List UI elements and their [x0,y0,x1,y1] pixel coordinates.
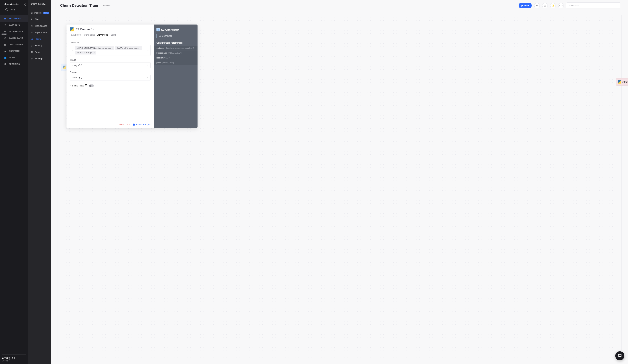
blueprints-icon: ⧉ [4,30,6,33]
projnav-item-settings[interactable]: ⚙ Settings [28,55,51,62]
team-icon: 👥 [4,56,6,59]
modal-header: S3 Connector [67,24,154,31]
queue-label: Queue [70,71,151,73]
modal-info-pane: {} S3 Connector S3 Connector Configurabl… [154,24,198,128]
project-sidebar: churn-detec… ▤ Papers NEW 🗎 Files ⎘ Work… [28,0,51,364]
settings-icon: ⚙ [4,63,6,65]
compute-chip: 3 AWS-SPOT.gpu × [75,51,96,55]
file-icon: {} [157,28,160,31]
projnav-item-flows[interactable]: ⇉ Flows [28,36,51,42]
compute-chip: 1 AWS-ON-DEMAND.xlarge-memory × [75,46,114,50]
python-icon [618,80,621,83]
datasets-icon: ≡ [4,24,6,26]
chevron-down-icon: ⌄ [114,4,116,7]
app-version: v4.7.43 [2,360,26,362]
projnav-item-workspaces[interactable]: ⎘ Workspaces [28,23,51,29]
modal-footer: Delete Card ✓ Save Changes [67,121,154,128]
dashboard-icon: ◐ [4,37,6,39]
play-outline-icon: ▷ [70,85,71,87]
chip-remove-icon[interactable]: × [140,47,141,49]
modal-tabs: Parameters Conditions Advanced Yaml [67,31,154,38]
param-row: prefix [ "churn_data/" ] [154,60,198,65]
param-row: endpoint [ "http://s3.amazonaws.com down… [154,46,198,51]
sidebar-item-projects[interactable]: ▣ PROJECTS [0,15,28,22]
project-name[interactable]: churn-detec… [28,0,51,10]
tab-conditions[interactable]: Conditions [84,34,95,38]
param-row: localdir [ "/cnvrg" ] [154,55,198,60]
history-button[interactable]: ◷ [542,3,548,8]
chat-launcher[interactable] [615,351,624,360]
compute-icon: ☁ [4,50,6,52]
help-icon[interactable]: ? [85,84,87,85]
python-icon [63,66,66,69]
projnav-item-papers[interactable]: ▤ Papers NEW [28,10,51,16]
single-mode-label: Single mode [72,84,84,87]
caret-down-icon: ▼ [147,64,149,66]
info-header: {} S3 Connector [157,28,195,31]
version-selector[interactable]: Version 1 ⌄ [103,4,116,7]
experiments-icon: ⚗ [30,31,33,34]
wizard-button[interactable]: ✨ [550,3,556,8]
tab-yaml[interactable]: Yaml [111,34,116,38]
save-flow-button[interactable]: 🖫 [534,3,540,8]
task-settings-modal: S3 Connector Parameters Conditions Advan… [67,24,198,128]
delete-card-button[interactable]: Delete Card [118,123,130,126]
collapse-sidebar-icon[interactable]: ❮ [24,2,26,5]
param-row: bucketname [ "libhub-readme" ] [154,51,198,55]
single-mode-row: ▷ Single mode ? [70,84,151,87]
image-select[interactable]: cnvrg:v5.0 ▼ [70,62,151,68]
modal-body: Compute ⌕ 1 AWS-ON-DEMAND.xlarge-memory … [67,38,154,121]
new-task-select[interactable]: New Task ⌄ [566,2,621,9]
chip-remove-icon[interactable]: × [112,47,113,49]
tab-advanced[interactable]: Advanced [97,34,108,38]
python-icon [70,27,74,31]
projnav-item-serving[interactable]: ◇ Serving [28,42,51,49]
papers-icon: ▤ [30,12,33,14]
sidebar-item-datasets[interactable]: ≡ DATASETS [0,22,28,28]
code-icon: </> [559,4,562,7]
user-avatar-icon [5,8,8,11]
tab-parameters[interactable]: Parameters [70,34,81,38]
caret-down-icon: ▼ [147,77,149,78]
flow-node-inference[interactable]: inference [616,78,628,85]
chip-remove-icon[interactable]: × [94,52,95,54]
sidebar-item-blueprints[interactable]: ⧉ BLUEPRINTS [0,28,28,35]
queue-select[interactable]: default (0) ▼ [70,75,151,80]
page-title: Churn Detection Train [60,3,98,8]
user-identity[interactable]: tanay. [2,7,26,13]
org-name[interactable]: blueprintsd… [4,3,19,5]
sidebar-item-compute[interactable]: ☁ COMPUTE [0,48,28,54]
modal-form-pane: S3 Connector Parameters Conditions Advan… [67,24,154,128]
save-icon: 🖫 [536,4,538,7]
chevron-down-icon[interactable]: ⌄ [147,49,149,51]
code-button[interactable]: </> [558,3,564,8]
projnav-item-experiments[interactable]: ⚗ Experiments [28,29,51,36]
wand-icon: ✨ [552,4,554,7]
save-changes-button[interactable]: ✓ Save Changes [133,123,151,126]
serving-icon: ◇ [30,44,33,47]
flow-canvas[interactable]: inference S3 Connector Parameters Condit… [57,15,622,360]
user-name: tanay. [10,8,16,11]
image-label: Image [70,59,151,61]
run-button[interactable]: ▶ Run [519,3,532,8]
info-title: S3 Connector [161,28,179,31]
compute-chip: 2 AWS-SPOT.gpu-large × [115,46,142,50]
workspaces-icon: ⎘ [30,25,33,27]
brand-name: cnvrg.io [2,357,26,360]
sidebar-item-dashboard[interactable]: ◐ DASHBOARD [0,35,28,41]
sidebar-item-team[interactable]: 👥 TEAM [0,54,28,61]
main-area: Churn Detection Train Version 1 ⌄ ▶ Run … [51,0,628,364]
projects-icon: ▣ [4,17,6,20]
projnav-item-apps[interactable]: ▦ Apps [28,49,51,55]
projnav-item-files[interactable]: 🗎 Files [28,16,51,23]
sidebar-item-settings[interactable]: ⚙ SETTINGS [0,61,28,67]
topbar: Churn Detection Train Version 1 ⌄ ▶ Run … [51,0,628,11]
compute-multiselect[interactable]: ⌕ 1 AWS-ON-DEMAND.xlarge-memory × 2 AWS-… [70,45,151,56]
brand-footer: cnvrg.io v4.7.43 [2,354,26,362]
search-icon: ⌕ [72,49,73,51]
single-mode-toggle[interactable] [89,84,94,87]
compute-label: Compute [70,41,151,44]
check-icon: ✓ [133,124,135,126]
apps-icon: ▦ [30,51,33,53]
sidebar-item-containers[interactable]: ▦ CONTAINERS [0,41,28,48]
